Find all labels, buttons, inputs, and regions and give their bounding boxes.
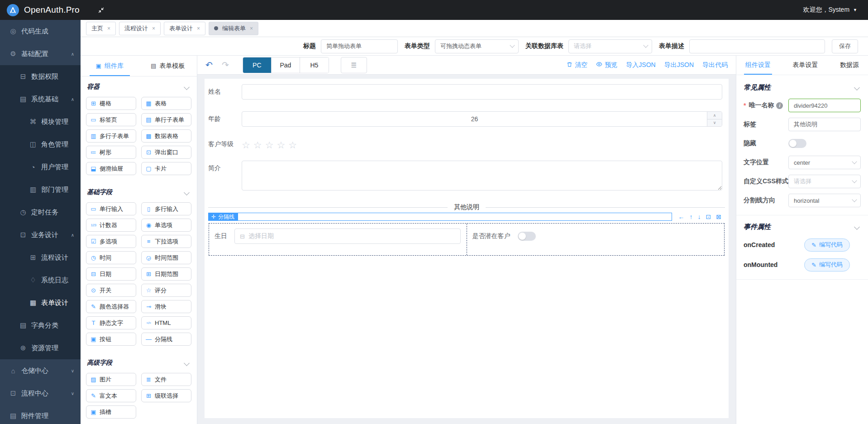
delete-icon[interactable]: ⊠ bbox=[716, 214, 721, 220]
sidebar-item[interactable]: ⚙基础配置∧ bbox=[0, 43, 81, 65]
star-icon[interactable]: ☆ bbox=[265, 140, 274, 150]
palette-component[interactable]: ☆评分 bbox=[141, 284, 191, 297]
palette-component[interactable]: 123计数器 bbox=[86, 219, 136, 232]
sidebar-item[interactable]: ⊞流程设计 bbox=[0, 246, 81, 269]
palette-component[interactable]: ◉单选项 bbox=[141, 219, 191, 232]
palette-component[interactable]: ⊞级联选择 bbox=[141, 389, 191, 402]
sidebar-item[interactable]: ▦表单设计 bbox=[0, 291, 81, 314]
property-select[interactable]: center bbox=[788, 156, 861, 169]
view-tab[interactable]: 主页× bbox=[86, 22, 116, 35]
close-icon[interactable]: × bbox=[107, 26, 110, 31]
star-icon[interactable]: ☆ bbox=[288, 140, 297, 150]
write-code-button[interactable]: ✎编写代码 bbox=[804, 238, 850, 252]
palette-component[interactable]: ⊞栅格 bbox=[86, 97, 136, 110]
palette-component[interactable]: ✎颜色选择器 bbox=[86, 300, 136, 313]
palette-component[interactable]: ▭单行输入 bbox=[86, 202, 136, 215]
view-tab[interactable]: 编辑表单× bbox=[209, 22, 258, 35]
birthday-date-input[interactable]: ⊟ 选择日期 bbox=[234, 229, 461, 244]
sidebar-item[interactable]: ▤字典分类 bbox=[0, 314, 81, 337]
sidebar-item[interactable]: ♢系统日志 bbox=[0, 269, 81, 291]
palette-component[interactable]: ⬓侧滑抽屉 bbox=[86, 162, 136, 175]
close-icon[interactable]: × bbox=[152, 26, 155, 31]
property-select[interactable]: horizontal bbox=[788, 194, 861, 207]
star-icon[interactable]: ☆ bbox=[253, 140, 262, 150]
tab-datasource[interactable]: 数据源 bbox=[839, 56, 860, 75]
star-icon[interactable]: ☆ bbox=[277, 140, 285, 150]
write-code-button[interactable]: ✎编写代码 bbox=[804, 258, 850, 272]
palette-component[interactable]: —分隔线 bbox=[141, 333, 191, 346]
sidebar-item[interactable]: ⊛资源管理 bbox=[0, 337, 81, 359]
view-tab[interactable]: 表单设计× bbox=[164, 22, 205, 35]
db-table-select[interactable]: 请选择 bbox=[568, 39, 652, 53]
tab-form-settings[interactable]: 表单设置 bbox=[792, 56, 820, 75]
palette-component[interactable]: ✎富文本 bbox=[86, 389, 136, 402]
sidebar-item[interactable]: ▤系统基础∧ bbox=[0, 88, 81, 110]
sidebar-item[interactable]: ⌂仓储中心∨ bbox=[0, 359, 81, 382]
export-code-button[interactable]: 导出代码 bbox=[702, 61, 728, 69]
name-input[interactable] bbox=[242, 84, 722, 100]
user-menu[interactable]: 欢迎您，System ▼ bbox=[803, 6, 857, 14]
collapse-sidebar-icon[interactable] bbox=[98, 7, 105, 14]
sidebar-item[interactable]: ▤附件管理 bbox=[0, 405, 81, 424]
form-desc-input[interactable] bbox=[689, 39, 825, 53]
field-row-intro[interactable]: 简介 bbox=[208, 161, 725, 191]
palette-component[interactable]: ▢卡片 bbox=[141, 162, 191, 175]
sidebar-item[interactable]: ⌘模块管理 bbox=[0, 110, 81, 133]
star-icon[interactable]: ☆ bbox=[242, 140, 250, 150]
sidebar-item[interactable]: ◎代码生成 bbox=[0, 20, 81, 43]
increase-button[interactable]: ∧ bbox=[707, 112, 722, 119]
export-json-button[interactable]: 导出JSON bbox=[664, 61, 694, 69]
property-input[interactable]: divider94220 bbox=[788, 99, 861, 112]
grid-cell-birthday[interactable]: 生日 ⊟ 选择日期 bbox=[209, 224, 467, 255]
grid-cell-customer[interactable]: 是否潜在客户 bbox=[467, 224, 725, 255]
customer-switch[interactable] bbox=[518, 232, 536, 241]
palette-component[interactable]: ▩数据表格 bbox=[141, 129, 191, 143]
move-left-icon[interactable]: ← bbox=[678, 214, 685, 220]
save-button[interactable]: 保存 bbox=[832, 39, 858, 53]
palette-component[interactable]: ▣插槽 bbox=[86, 405, 136, 419]
palette-component[interactable]: </>HTML bbox=[141, 316, 191, 329]
redo-icon[interactable]: ↷ bbox=[222, 61, 229, 69]
palette-component[interactable]: ▤单行子表单 bbox=[141, 113, 191, 126]
palette-component[interactable]: ☑多选项 bbox=[86, 235, 136, 248]
palette-component[interactable]: ▥多行子表单 bbox=[86, 129, 136, 143]
palette-component[interactable]: ◶时间范围 bbox=[141, 251, 191, 264]
sidebar-item[interactable]: ⊟数据权限 bbox=[0, 65, 81, 88]
palette-component[interactable]: ⊞日期范围 bbox=[141, 267, 191, 281]
form-canvas[interactable]: 姓名 年龄 26 ∧ ∨ bbox=[205, 79, 729, 418]
palette-component[interactable]: T静态文字 bbox=[86, 316, 136, 329]
palette-component[interactable]: ▣按钮 bbox=[86, 333, 136, 346]
divider-widget-selected[interactable]: 其他说明 ✛ 分隔线 ←↑↓⊡⊠ bbox=[208, 203, 725, 221]
close-icon[interactable]: × bbox=[250, 26, 253, 31]
undo-icon[interactable]: ↶ bbox=[205, 61, 213, 69]
device-tab-h5[interactable]: H5 bbox=[300, 57, 329, 73]
field-row-age[interactable]: 年龄 26 ∧ ∨ bbox=[208, 111, 725, 127]
palette-component[interactable]: ⊸滑块 bbox=[141, 300, 191, 313]
palette-component[interactable]: ⊡弹出窗口 bbox=[141, 146, 191, 159]
sidebar-item[interactable]: ◷定时任务 bbox=[0, 201, 81, 224]
tab-component-settings[interactable]: 组件设置 bbox=[744, 56, 772, 75]
age-number-input[interactable]: 26 ∧ ∨ bbox=[242, 111, 722, 127]
outline-tree-button[interactable]: ☰ bbox=[341, 57, 367, 73]
palette-component[interactable]: ◷时间 bbox=[86, 251, 136, 264]
copy-icon[interactable]: ⊡ bbox=[706, 214, 711, 220]
device-tab-pc[interactable]: PC bbox=[243, 57, 272, 73]
grid-row-widget[interactable]: 生日 ⊟ 选择日期 是否潜在客户 bbox=[209, 223, 725, 256]
property-input[interactable]: 其他说明 bbox=[788, 118, 861, 131]
palette-component[interactable]: ⊙开关 bbox=[86, 284, 136, 297]
close-icon[interactable]: × bbox=[197, 26, 200, 31]
palette-tab[interactable]: ▤表单模板 bbox=[139, 56, 197, 76]
decrease-button[interactable]: ∨ bbox=[707, 119, 722, 127]
sidebar-item[interactable]: ▥部门管理 bbox=[0, 178, 81, 201]
form-title-input[interactable] bbox=[321, 39, 398, 53]
import-json-button[interactable]: 导入JSON bbox=[626, 61, 655, 69]
palette-component[interactable]: ≣文件 bbox=[141, 373, 191, 386]
palette-component[interactable]: ▯多行输入 bbox=[141, 202, 191, 215]
palette-component[interactable]: ≡下拉选项 bbox=[141, 235, 191, 248]
intro-textarea[interactable] bbox=[242, 161, 722, 191]
palette-component[interactable]: ▨图片 bbox=[86, 373, 136, 386]
view-tab[interactable]: 流程设计× bbox=[119, 22, 161, 35]
property-switch[interactable] bbox=[788, 139, 806, 148]
field-row-name[interactable]: 姓名 bbox=[208, 84, 725, 100]
palette-tab[interactable]: ▣组件库 bbox=[81, 56, 139, 76]
